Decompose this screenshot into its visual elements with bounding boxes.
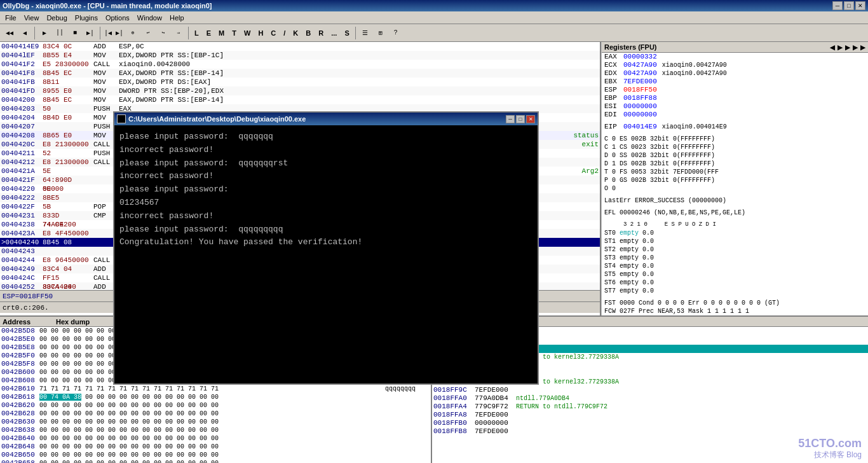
table-row: 0040414E9 83C4 0C ADD ESP,0C [0, 42, 600, 51]
reg-nav-right3[interactable]: ▶ [853, 44, 858, 51]
registers-panel[interactable]: Registers (FPU) ◀ ▶ ▶ ▶ ▶ EAX00000332 EC… [601, 42, 868, 315]
fpu-p0: P 0 GS 002B 32bit 0(FFFFFFFF) [602, 176, 868, 184]
tb-H[interactable]: H [255, 27, 266, 39]
tb-B[interactable]: B [302, 27, 314, 39]
console-line9: 01234567 [119, 197, 532, 210]
tb-list[interactable]: ☰ [358, 26, 372, 40]
fpu-st4: ST4 empty 0.0 [602, 262, 868, 270]
menu-options[interactable]: Options [102, 13, 133, 23]
menu-plugins[interactable]: Plugins [71, 13, 102, 23]
maximize-button[interactable]: □ [844, 1, 854, 10]
fpu-t0: T 0 FS 0053 32bit 7EFDD000(FFF [602, 168, 868, 176]
stack-row: 0018FFA8 7EFDE000 [432, 411, 868, 419]
tb-step[interactable]: ▶| [83, 26, 97, 40]
tb-btn6[interactable]: ⇒ [172, 26, 186, 40]
dump-row: 0042B610 71 71 71 71 71 71 71 71 71 71 7… [0, 385, 431, 393]
tb-stop[interactable]: ■ [68, 26, 82, 40]
tb-btn2[interactable]: ▶| [114, 26, 125, 40]
dump-row: 0042B638 00 00 00 00 00 00 00 00 00 00 0… [0, 426, 431, 434]
menu-help[interactable]: Help [166, 13, 188, 23]
console-close[interactable]: ✕ [526, 115, 535, 123]
reg-nav-left[interactable]: ◀ [830, 44, 835, 51]
tb-grid[interactable]: ⊞ [374, 26, 388, 40]
dump-row: 0042B628 00 00 00 00 00 00 00 00 00 00 0… [0, 410, 431, 418]
fpu-d1: D 1 DS 002B 32bit 0(FFFFFFFF) [602, 160, 868, 168]
fpu-fst: FST 0000 Cond 0 0 0 0 Err 0 0 0 0 0 0 0 … [602, 299, 868, 307]
tb-btn5[interactable]: ↪ [156, 26, 170, 40]
menu-debug[interactable]: Debug [43, 13, 71, 23]
table-row: 004041F8 8B45 EC MOV EAX,DWORD PTR SS:[E… [0, 69, 600, 78]
tb-K[interactable]: K [290, 27, 301, 39]
tb-btn4[interactable]: ↩ [141, 26, 155, 40]
tb-W[interactable]: W [241, 27, 254, 39]
reg-edx: EDX00427A90 xiaoqin0.00427A90 [602, 69, 868, 78]
fpu-lasterr: LastErr ERROR_SUCCESS (00000000) [602, 197, 868, 205]
fpu-c0: C 0 ES 002B 32bit 0(FFFFFFFF) [602, 135, 868, 143]
console-maximize[interactable]: □ [516, 115, 525, 123]
tb-T[interactable]: T [229, 27, 240, 39]
dump-row: 0042B620 00 00 00 00 00 00 00 00 00 00 0… [0, 401, 431, 410]
menu-bar: File View Debug Plugins Options Window H… [0, 11, 868, 24]
tb-back[interactable]: ◀ [18, 26, 32, 40]
dump-row: 0042B648 00 00 00 00 00 00 00 00 00 00 0… [0, 443, 431, 451]
table-row: 004041FD 8955 E0 MOV DWORD PTR SS:[EBP-2… [0, 86, 600, 95]
console-minimize[interactable]: ─ [506, 115, 515, 123]
close-button[interactable]: ✕ [855, 1, 865, 10]
dump-row: 0042B618 00 74 0A 38 00 00 00 00 00 00 0… [0, 393, 431, 401]
tb-R[interactable]: R [315, 27, 327, 39]
console-line2: incorrect password! [119, 144, 532, 157]
fpu-nums: 3 2 1 0 E S P U O Z D I [602, 221, 868, 229]
tb-E[interactable]: E [203, 27, 214, 39]
reg-esp: ESP0018FF50 [602, 86, 868, 94]
dump-col-addr: Address [3, 317, 31, 326]
tb-btn3[interactable]: ⊕ [126, 26, 140, 40]
reg-nav-right4[interactable]: ▶ [860, 44, 865, 51]
tb-sep3 [188, 27, 189, 39]
reg-nav-right2[interactable]: ▶ [845, 44, 850, 51]
console-line10: incorrect password! [119, 210, 532, 223]
tb-help[interactable]: ? [389, 26, 403, 40]
stack-row: 0018FFA4 779C9F72 RETURN to ntdll.779C9F… [432, 403, 868, 411]
console-titlebar: C:\Users\Administrator\Desktop\Debug\xia… [114, 113, 538, 125]
tb-L[interactable]: L [191, 27, 202, 39]
tb-btn1[interactable]: |◀ [103, 26, 113, 40]
reg-ebx: EBX7EFDE000 [602, 78, 868, 86]
fpu-st0: ST0 empty 0.0 [602, 229, 868, 237]
reg-eax: EAX00000332 [602, 53, 868, 61]
watermark-blog: 技术博客 Blog [814, 450, 862, 460]
toolbar: ◀◀ ◀ ▶ || ■ ▶| |◀ ▶| ⊕ ↩ ↪ ⇒ L E M T W H… [0, 24, 868, 42]
minimize-button[interactable]: ─ [832, 1, 843, 10]
reg-eip: EIP004014E9 xiaoqin0.004014E9 [602, 123, 868, 131]
title-bar: OllyDbg - xiaoqin00.exe - [CPU - main th… [0, 0, 868, 11]
fpu-st7: ST7 empty 0.0 [602, 287, 868, 295]
table-row: 00404200 8B45 EC MOV EAX,DWORD PTR SS:[E… [0, 95, 600, 104]
console-line12: please input password: qqqqqqqqq [119, 223, 532, 237]
console-line1: please input password: qqqqqqq [119, 130, 532, 144]
tb-S[interactable]: S [341, 27, 352, 39]
menu-window[interactable]: Window [133, 13, 166, 23]
console-window[interactable]: C:\Users\Administrator\Desktop\Debug\xia… [113, 111, 539, 385]
tb-play[interactable]: ▶ [37, 26, 51, 40]
console-line5: incorrect password! [119, 170, 532, 183]
watermark: 51CTO.com [798, 437, 862, 450]
fpu-fcw: FCW 027F Prec NEAR,53 Mask 1 1 1 1 1 1 [602, 307, 868, 315]
dump-row: 0042B650 00 00 00 00 00 00 00 00 00 00 0… [0, 451, 431, 459]
esp-status: ESP=0018FF50 [3, 293, 53, 300]
tb-M[interactable]: M [215, 27, 227, 39]
menu-file[interactable]: File [1, 13, 20, 23]
tb-slash[interactable]: / [280, 27, 288, 39]
registers-header: Registers (FPU) ◀ ▶ ▶ ▶ ▶ [602, 42, 868, 53]
table-row: 004041F2 E5 28300000 CALL xiaoqin0.00428… [0, 60, 600, 69]
tb-rewind[interactable]: ◀◀ [3, 26, 17, 40]
fpu-o0: O 0 [602, 184, 868, 193]
tb-C[interactable]: C [268, 27, 279, 39]
reg-ebp: EBP0018FF88 [602, 94, 868, 102]
reg-nav-right1[interactable]: ▶ [837, 44, 843, 51]
stack-row: 0018FF9C 7EFDE000 [432, 386, 868, 394]
table-row: 00404lEF 8B55 E4 MOV EDX,DWORD PTR SS:[E… [0, 51, 600, 60]
tb-pause[interactable]: || [53, 26, 67, 40]
fpu-efl: EFL 00000246 (NO,NB,E,BE,NS,PE,GE,LE) [602, 209, 868, 217]
console-title-text: C:\Users\Administrator\Desktop\Debug\xia… [128, 115, 306, 123]
menu-view[interactable]: View [20, 13, 43, 23]
tb-dots[interactable]: ... [328, 27, 340, 39]
